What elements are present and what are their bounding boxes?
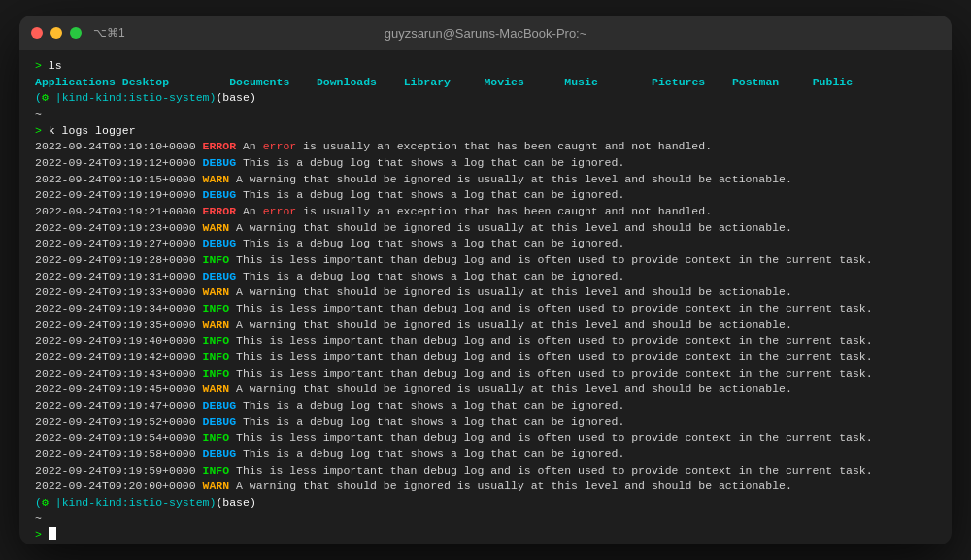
log-line-5: 2022-09-24T09:19:21+0000 ERROR An error …: [35, 204, 936, 220]
tilde-2: ~: [35, 511, 42, 528]
lvl-13: INFO: [203, 333, 237, 349]
ls-space3: [289, 75, 317, 91]
cursor-line[interactable]: >: [35, 527, 936, 544]
ls-output-row1: Applications Desktop Documents Downloads…: [35, 75, 936, 91]
ts-9: 2022-09-24T09:19:31+0000: [35, 269, 203, 285]
log-line-21: 2022-09-24T09:19:59+0000 INFO This is le…: [35, 463, 936, 479]
ts-20: 2022-09-24T09:19:58+0000: [35, 446, 203, 463]
msg-1: An error is usually an exception that ha…: [243, 139, 712, 155]
terminal-body[interactable]: > ls Applications Desktop Documents Down…: [19, 50, 952, 544]
log-line-19: 2022-09-24T09:19:54+0000 INFO This is le…: [35, 430, 936, 446]
prompt-colon-2: :: [122, 495, 129, 511]
log-line-12: 2022-09-24T09:19:35+0000 WARN A warning …: [35, 317, 936, 334]
msg-17: This is a debug log that shows a log tha…: [243, 398, 624, 414]
msg-11: This is less important than debug log an…: [236, 301, 873, 317]
ls-space1: [116, 75, 122, 91]
ls-library: Library: [404, 75, 451, 91]
ls-space4: [377, 75, 404, 91]
log-line-6: 2022-09-24T09:19:23+0000 WARN A warning …: [35, 220, 936, 237]
ts-7: 2022-09-24T09:19:27+0000: [35, 236, 203, 252]
ls-public: Public: [813, 75, 853, 91]
log-line-11: 2022-09-24T09:19:34+0000 INFO This is le…: [35, 301, 936, 317]
prompt-kind: |kind-kind: [55, 90, 122, 107]
tilde-line-1: ~: [35, 107, 936, 123]
prompt-kube: istio-system: [129, 90, 210, 107]
title-bar: ⌥⌘1 guyzsarun@Saruns-MacBook-Pro:~: [19, 16, 952, 50]
ts-16: 2022-09-24T09:19:45+0000: [35, 381, 203, 398]
prompt-symbol-3: >: [35, 527, 49, 544]
lvl-21: INFO: [203, 463, 237, 479]
prompt-base: (base): [216, 90, 255, 107]
prompt-bracket-close-2: ): [209, 495, 216, 511]
ts-11: 2022-09-24T09:19:34+0000: [35, 301, 203, 317]
ts-13: 2022-09-24T09:19:40+0000: [35, 333, 203, 349]
ts-17: 2022-09-24T09:19:47+0000: [35, 398, 203, 414]
cmd-text: ls: [49, 58, 62, 75]
ts-12: 2022-09-24T09:19:35+0000: [35, 317, 203, 334]
lvl-12: WARN: [203, 317, 237, 334]
msg-9: This is a debug log that shows a log tha…: [243, 269, 624, 285]
terminal-cursor: [49, 527, 56, 540]
maximize-button[interactable]: [70, 27, 82, 39]
ls-applications: Applications: [35, 75, 116, 91]
prompt-at-2: ⚙: [42, 495, 55, 511]
lvl-6: WARN: [203, 220, 237, 237]
lvl-8: INFO: [203, 252, 237, 269]
lvl-17: DEBUG: [203, 398, 243, 414]
lvl-22: WARN: [203, 478, 237, 495]
msg-15: This is less important than debug log an…: [236, 366, 873, 382]
lvl-5: ERROR: [203, 204, 243, 220]
log-line-18: 2022-09-24T09:19:52+0000 DEBUG This is a…: [35, 414, 936, 431]
lvl-20: DEBUG: [203, 446, 243, 463]
ls-desktop: Desktop: [122, 75, 169, 91]
log-line-7: 2022-09-24T09:19:27+0000 DEBUG This is a…: [35, 236, 936, 252]
cmd-ls: > ls: [35, 58, 936, 75]
log-line-16: 2022-09-24T09:19:45+0000 WARN A warning …: [35, 381, 936, 398]
cmd-klogs: > k logs logger: [35, 123, 936, 140]
prompt-bracket-close: ): [209, 90, 216, 107]
msg-20: This is a debug log that shows a log tha…: [243, 446, 624, 463]
window-title: guyzsarun@Saruns-MacBook-Pro:~: [385, 26, 587, 41]
msg-8: This is less important than debug log an…: [236, 252, 873, 269]
ls-documents: Documents: [229, 75, 289, 91]
ts-6: 2022-09-24T09:19:23+0000: [35, 220, 203, 237]
ts-15: 2022-09-24T09:19:43+0000: [35, 366, 203, 382]
log-line-10: 2022-09-24T09:19:33+0000 WARN A warning …: [35, 284, 936, 301]
lvl-9: DEBUG: [203, 269, 243, 285]
msg-19: This is less important than debug log an…: [236, 430, 873, 446]
ts-5: 2022-09-24T09:19:21+0000: [35, 204, 203, 220]
ls-space8: [705, 75, 732, 91]
lvl-10: WARN: [203, 284, 237, 301]
ls-downloads: Downloads: [317, 75, 377, 91]
ts-8: 2022-09-24T09:19:28+0000: [35, 252, 203, 269]
prompt-bracket-open: (: [35, 90, 42, 107]
close-button[interactable]: [31, 27, 43, 39]
lvl-19: INFO: [203, 430, 237, 446]
ts-1: 2022-09-24T09:19:10+0000: [35, 139, 203, 155]
lvl-2: DEBUG: [203, 155, 243, 172]
log-line-1: 2022-09-24T09:19:10+0000 ERROR An error …: [35, 139, 936, 155]
log-line-15: 2022-09-24T09:19:43+0000 INFO This is le…: [35, 366, 936, 382]
log-line-9: 2022-09-24T09:19:31+0000 DEBUG This is a…: [35, 269, 936, 285]
ls-space2: [169, 75, 229, 91]
ts-3: 2022-09-24T09:19:15+0000: [35, 172, 203, 188]
prompt-base-2: (base): [216, 495, 255, 511]
ls-music: Music: [564, 75, 598, 91]
msg-22: A warning that should be ignored is usua…: [236, 478, 792, 495]
msg-16: A warning that should be ignored is usua…: [236, 381, 792, 398]
msg-4: This is a debug log that shows a log tha…: [243, 187, 624, 204]
log-line-22: 2022-09-24T09:20:00+0000 WARN A warning …: [35, 478, 936, 495]
lvl-16: WARN: [203, 381, 237, 398]
ls-postman: Postman: [732, 75, 779, 91]
ls-pictures: Pictures: [652, 75, 705, 91]
ts-21: 2022-09-24T09:19:59+0000: [35, 463, 203, 479]
minimize-button[interactable]: [50, 27, 62, 39]
lvl-4: DEBUG: [203, 187, 243, 204]
cmd-klogs-text: k logs logger: [49, 123, 136, 140]
msg-5: An error is usually an exception that ha…: [243, 204, 712, 220]
prompt-line-2: ( ⚙ |kind-kind : istio-system ) (base): [35, 495, 936, 511]
lvl-1: ERROR: [203, 139, 243, 155]
tilde-line-2: ~: [35, 511, 936, 528]
ts-19: 2022-09-24T09:19:54+0000: [35, 430, 203, 446]
ls-movies: Movies: [484, 75, 523, 91]
